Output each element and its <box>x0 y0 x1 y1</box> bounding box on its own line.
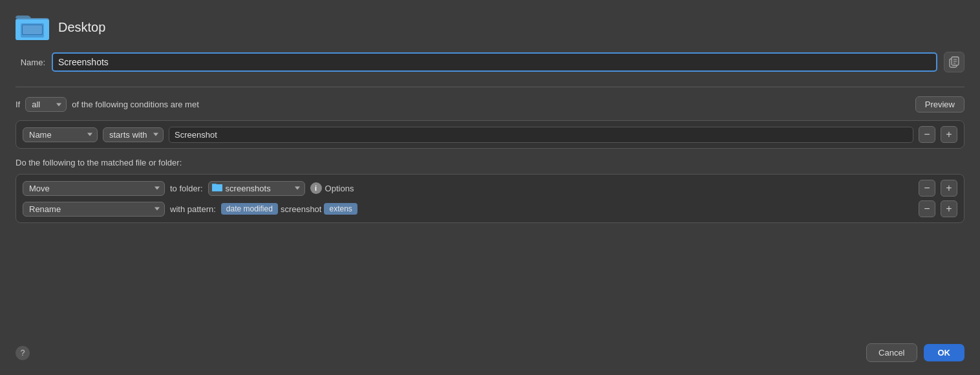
pattern-text-screenshot: screenshot <box>281 204 322 214</box>
action-select-wrapper-1: Move Copy Delete Rename <box>23 181 165 196</box>
all-select[interactable]: all any none <box>25 97 67 112</box>
action-select-wrapper-2: Rename Move Copy Delete <box>23 202 165 217</box>
actions-label: Do the following to the matched file or … <box>16 158 964 167</box>
name-input[interactable] <box>52 52 937 72</box>
action-row-rename: Rename Move Copy Delete with pattern: da… <box>23 200 957 217</box>
action-row-move: Move Copy Delete Rename to folder: s <box>23 180 957 197</box>
ok-button[interactable]: OK <box>924 344 965 361</box>
smart-folder-dialog: Desktop Name: If all any none of the fo <box>0 0 980 375</box>
options-label: Options <box>325 184 354 193</box>
actions-box: Move Copy Delete Rename to folder: s <box>16 174 964 223</box>
add-condition-button[interactable]: + <box>941 126 957 143</box>
paste-button[interactable] <box>944 52 964 72</box>
help-button[interactable]: ? <box>16 346 30 360</box>
condition-row: Name Kind Date Modified Size starts with… <box>23 126 957 143</box>
folder-icon <box>16 13 49 41</box>
folder-select-wrapper: screenshots Desktop Downloads Documents … <box>208 181 305 196</box>
attribute-select-wrapper: Name Kind Date Modified Size <box>23 127 98 142</box>
info-options: i Options <box>310 182 913 194</box>
conditions-box: Name Kind Date Modified Size starts with… <box>16 120 964 149</box>
add-action-button-2[interactable]: + <box>941 200 957 217</box>
token-extension[interactable]: extens <box>324 203 357 215</box>
if-label: If <box>16 100 20 109</box>
operator-select[interactable]: starts with ends with contains is is not <box>103 127 164 142</box>
dialog-title: Desktop <box>58 20 105 35</box>
cancel-button[interactable]: Cancel <box>866 343 917 362</box>
remove-action-button-1[interactable]: − <box>919 180 935 197</box>
add-action-button-1[interactable]: + <box>941 180 957 197</box>
action-select-2[interactable]: Rename Move Copy Delete <box>23 202 165 217</box>
info-icon[interactable]: i <box>310 182 322 194</box>
action-select-1[interactable]: Move Copy Delete Rename <box>23 181 165 196</box>
remove-action-button-2[interactable]: − <box>919 200 935 217</box>
header-row: Desktop <box>16 13 964 41</box>
condition-value-input[interactable] <box>169 127 913 143</box>
bottom-row: ? Cancel OK <box>16 343 964 362</box>
folder-select[interactable]: screenshots Desktop Downloads Documents … <box>208 181 305 196</box>
remove-condition-button[interactable]: − <box>919 126 935 143</box>
name-label: Name: <box>16 58 45 67</box>
conditions-text: of the following conditions are met <box>72 100 910 109</box>
all-select-wrapper: all any none <box>25 97 67 112</box>
name-row: Name: <box>16 52 964 72</box>
divider <box>16 87 964 87</box>
pattern-area: date modified screenshot extens <box>221 203 913 215</box>
svg-rect-4 <box>23 25 42 34</box>
to-folder-label: to folder: <box>170 184 203 193</box>
attribute-select[interactable]: Name Kind Date Modified Size <box>23 127 98 142</box>
with-pattern-label: with pattern: <box>170 204 216 214</box>
token-date-modified[interactable]: date modified <box>221 203 278 215</box>
preview-button[interactable]: Preview <box>915 96 964 112</box>
if-row: If all any none of the following conditi… <box>16 96 964 112</box>
operator-select-wrapper: starts with ends with contains is is not <box>103 127 164 142</box>
